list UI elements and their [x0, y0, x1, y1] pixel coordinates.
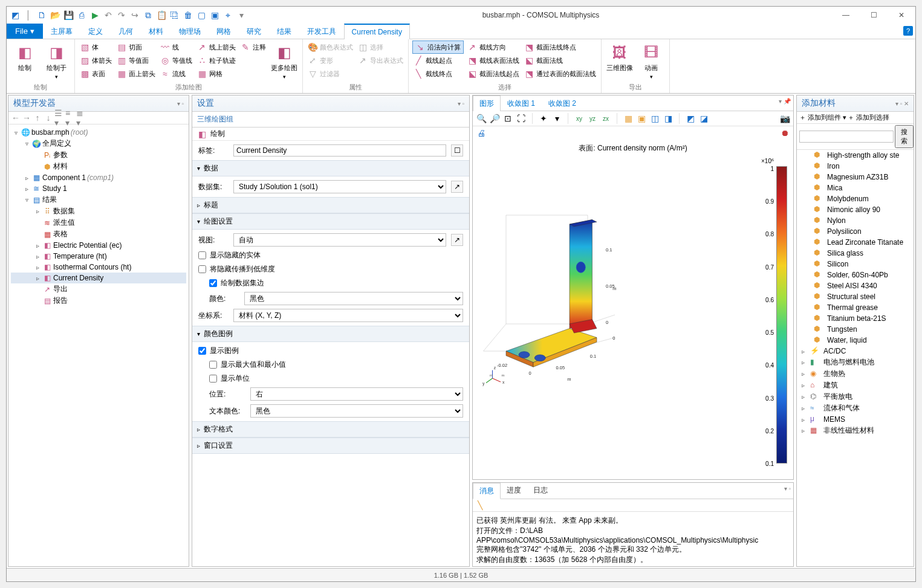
msg-panel-ctrl[interactable]: ▾ ▫ [782, 483, 793, 499]
animation-button[interactable]: 🎞动画▾ [637, 40, 666, 80]
tree-item[interactable]: ▹≅Study 1 [11, 183, 186, 194]
rotate-icon[interactable]: ✦ [539, 114, 548, 123]
line-button[interactable]: 〰线 [159, 40, 193, 54]
material-item[interactable]: ⬢Molybdenum [797, 193, 914, 204]
tree-item[interactable]: ▹◧Electric Potential (ec) [11, 240, 186, 251]
view-goto-button[interactable]: ↗ [451, 234, 463, 246]
print-icon[interactable]: 🖨 [476, 128, 486, 138]
material-item[interactable]: ⬢Thermal grease [797, 302, 914, 313]
cutplane-through-surf-button[interactable]: ⬔通过表面的截面法线 [523, 67, 597, 80]
section-title[interactable]: ▹标题 [192, 197, 469, 213]
zoom-box-icon[interactable]: ⊡ [503, 114, 513, 123]
record-icon[interactable]: ⏺ [780, 128, 790, 138]
material-item[interactable]: ⬢Steel AISI 4340 [797, 280, 914, 291]
graphics-tab-conv2[interactable]: 收敛图 2 [542, 95, 583, 111]
material-item[interactable]: ⬢Nylon [797, 215, 914, 226]
tab-definitions[interactable]: 定义 [80, 24, 111, 39]
help-icon[interactable]: ? [903, 26, 913, 36]
view-select[interactable]: 自动 [233, 233, 446, 247]
tab-results[interactable]: 结果 [269, 24, 299, 39]
material-search-input[interactable] [799, 131, 894, 143]
chk-hidden[interactable]: 显示隐藏的实体 [198, 250, 463, 260]
chk-showminmax[interactable]: 显示最大值和最小值 [209, 360, 463, 370]
transparency-icon[interactable]: ◨ [663, 114, 673, 123]
slice-button[interactable]: ▤切面 [115, 40, 157, 54]
tree-item[interactable]: ▹◧Temperature (ht) [11, 251, 186, 262]
save-icon[interactable]: 💾 [63, 10, 73, 20]
graphics-tab-plot[interactable]: 图形 [473, 95, 501, 111]
tree-item[interactable]: ▹◧Current Density [11, 273, 186, 283]
cutplane-normal-start-button[interactable]: ⬕截面法线起点 [466, 67, 521, 80]
copy-icon[interactable]: ⧉ [143, 10, 153, 20]
brush-icon[interactable]: ╲ [475, 500, 485, 510]
maximize-button[interactable]: ☐ [860, 7, 888, 24]
zoom-in-icon[interactable]: 🔍 [476, 114, 486, 123]
coord-select[interactable]: 材料 (X, Y, Z) [233, 309, 463, 322]
tab-mesh[interactable]: 网格 [209, 24, 239, 39]
material-item[interactable]: ⬢Structural steel [797, 291, 914, 302]
add-to-component-button[interactable]: ＋ 添加到组件 ▾ [799, 113, 846, 122]
material-item[interactable]: ⬢Nimonic alloy 90 [797, 204, 914, 215]
plot-in-button[interactable]: ◨绘制于▾ [42, 40, 71, 80]
file-menu-button[interactable]: File ▾ [7, 24, 43, 39]
dup-icon[interactable]: ⿻ [170, 10, 180, 20]
material-item[interactable]: ⬢Polysilicon [797, 226, 914, 237]
select3-icon[interactable]: ◪ [699, 114, 709, 123]
forward-icon[interactable]: ↪ [130, 10, 140, 20]
material-category[interactable]: ▹μMEMS [797, 414, 914, 425]
chk-showunit[interactable]: 显示单位 [209, 373, 463, 384]
material-item[interactable]: ⬢Magnesium AZ31B [797, 172, 914, 183]
tree-item[interactable]: ▤报告 [11, 295, 186, 306]
run-icon[interactable]: ▶ [90, 10, 100, 20]
minimize-button[interactable]: — [832, 7, 860, 24]
tab-log[interactable]: 日志 [527, 483, 554, 499]
particle-button[interactable]: ∴粒子轨迹 [196, 54, 237, 67]
tree-tb-left-icon[interactable]: ← [11, 113, 21, 123]
paste-icon[interactable]: 📋 [157, 10, 166, 20]
streamline-button[interactable]: ≈流线 [159, 67, 193, 80]
camera-icon[interactable]: 📷 [780, 114, 790, 123]
arrow-volume-button[interactable]: ▨体箭头 [79, 54, 113, 67]
close-button[interactable]: ✕ [888, 7, 915, 24]
contour-button[interactable]: ◎等值线 [159, 54, 193, 67]
chk-showlegend[interactable]: 显示图例 [198, 346, 463, 356]
tree-tb-down-icon[interactable]: ↓ [44, 113, 53, 123]
gfx-panel-ctrl[interactable]: ▾ 📌 [776, 95, 793, 111]
tree-item[interactable]: ▿🌐busbar.mph (root) [11, 127, 186, 138]
annotation-button[interactable]: ✎注释 [239, 40, 267, 54]
material-category[interactable]: ▹◉生物热 [797, 368, 914, 380]
dd-icon[interactable]: ▾ [236, 10, 246, 20]
chk-plotedges[interactable]: 绘制数据集边 [209, 278, 463, 288]
model-tree[interactable]: ▿🌐busbar.mph (root)▿🌍全局定义Pᵢ参数⬢材料▹▦Compon… [8, 124, 189, 566]
section-legend[interactable]: ▾颜色图例 [192, 326, 469, 342]
material-category[interactable]: ▹≈流体和气体 [797, 402, 914, 414]
tab-geometry[interactable]: 几何 [111, 24, 141, 39]
xy-view-icon[interactable]: xy [574, 114, 584, 123]
image3d-button[interactable]: 🖼三维图像 [605, 40, 634, 73]
tree-item[interactable]: ⬢材料 [11, 161, 186, 172]
add-to-selection-button[interactable]: ＋ 添加到选择 [848, 113, 889, 122]
material-item[interactable]: ⬢Iron [797, 161, 914, 172]
tree-item[interactable]: ▦表格 [11, 228, 186, 240]
light-icon[interactable]: ▣ [637, 114, 646, 123]
tree-item[interactable]: Pᵢ参数 [11, 149, 186, 161]
grid-icon[interactable]: ▦ [623, 114, 633, 123]
plot-icon[interactable]: ◧ [197, 129, 207, 139]
tree-tb-show-icon[interactable]: ☰ ▾ [54, 113, 64, 123]
tree-tb-eye-icon[interactable]: ≣ ▾ [76, 113, 86, 123]
tab-devtools[interactable]: 开发工具 [299, 24, 344, 39]
material-category[interactable]: ▹⌬平衡放电 [797, 391, 914, 402]
tree-item[interactable]: ↗导出 [11, 283, 186, 295]
section-window[interactable]: ▹窗口设置 [192, 438, 469, 454]
redo-icon[interactable]: ↷ [117, 10, 126, 20]
panel-dd-icon[interactable]: ▾ ▫ [177, 100, 184, 107]
material-item[interactable]: ⬢Mica [797, 183, 914, 193]
material-search-button[interactable]: 搜索 [895, 125, 914, 148]
plot-button[interactable]: ◧绘制 [10, 40, 39, 73]
section-data[interactable]: ▾数据 [192, 160, 469, 176]
dataset-goto-button[interactable]: ↗ [451, 181, 463, 193]
tree-item[interactable]: ▹▦Component 1 (comp1) [11, 172, 186, 183]
more-plots-button[interactable]: ◧更多绘图▾ [270, 40, 299, 80]
material-item[interactable]: ⬢Solder, 60Sn-40Pb [797, 270, 914, 280]
material-category[interactable]: ▹▮电池与燃料电池 [797, 357, 914, 368]
